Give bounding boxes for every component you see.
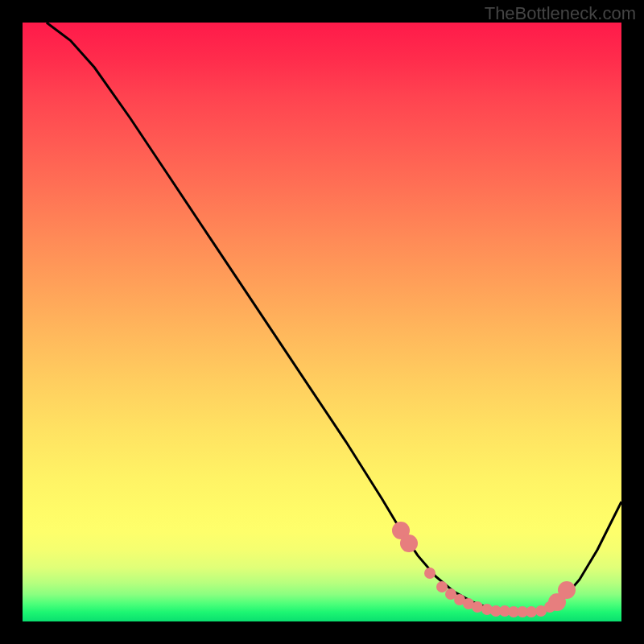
data-marker [400,535,418,552]
data-marker [558,581,576,599]
curve-line [23,23,621,621]
data-marker [424,568,436,579]
watermark-text: TheBottleneck.com [485,3,636,24]
plot-area [23,23,621,621]
